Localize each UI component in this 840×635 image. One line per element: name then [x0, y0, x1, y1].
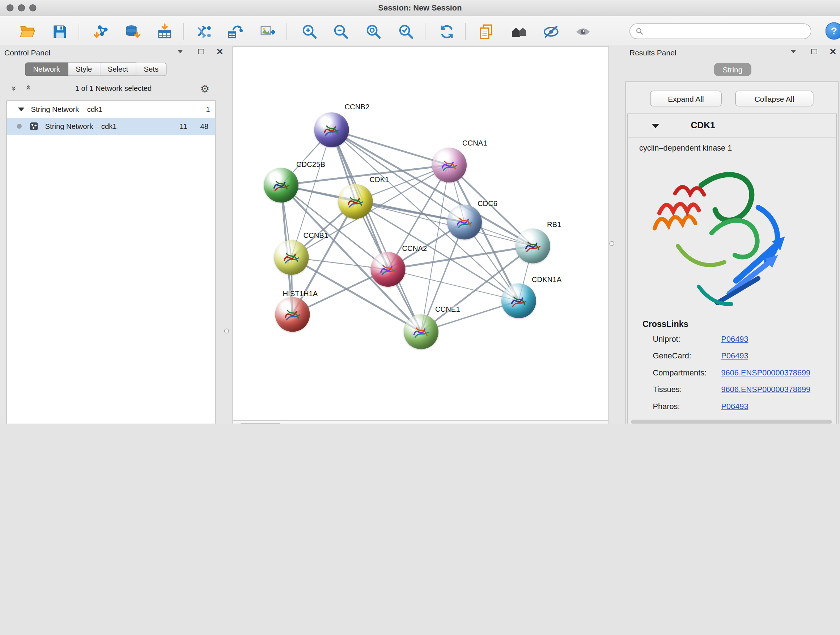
string-network-icon: [29, 122, 39, 131]
help-label: ?: [831, 25, 837, 37]
hide-selected-button[interactable]: [540, 21, 562, 42]
save-session-button[interactable]: [49, 21, 71, 42]
tab-network[interactable]: Network: [25, 63, 68, 76]
search-input[interactable]: [647, 27, 811, 36]
network-node-CCNB1[interactable]: [274, 240, 309, 275]
crosslink-link[interactable]: 9606.ENSP00000378699: [722, 385, 811, 394]
expand-all-button[interactable]: Expand All: [650, 91, 722, 107]
panel-menu-icon[interactable]: [177, 50, 183, 53]
network-node-CCNB2[interactable]: [314, 112, 349, 147]
import-table-from-file-button[interactable]: [154, 21, 175, 42]
zoom-selected-icon: [397, 22, 415, 41]
zoom-in-button[interactable]: [298, 21, 320, 42]
cytoscape-window: Session: New Session: [0, 0, 840, 424]
network-view-toolbar: String Network – cdk1 1 – 0 0 – 0: [233, 420, 608, 424]
protein-entry-header[interactable]: CDK1: [628, 114, 836, 138]
tab-string[interactable]: String: [714, 63, 752, 76]
network-node-CCNA1[interactable]: [432, 148, 467, 182]
entry-disclosure-icon[interactable]: [652, 124, 660, 128]
vertical-splitter-handle[interactable]: [224, 329, 229, 334]
protein-full-name: cyclin–dependent kinase 1: [639, 143, 732, 152]
protein-entry-cdk1: CDK1 cyclin–dependent kinase 1: [627, 114, 837, 424]
network-node-HIST1H1A[interactable]: [275, 297, 310, 332]
help-button[interactable]: ?: [826, 22, 840, 40]
network-node-CDK1[interactable]: [338, 184, 373, 219]
network-options-gear-icon[interactable]: ⚙: [197, 82, 213, 95]
open-recent-button[interactable]: [475, 21, 497, 42]
crosslink-link[interactable]: 9606.ENSP00000378699: [722, 368, 811, 377]
zoom-out-button[interactable]: [330, 21, 352, 42]
network-canvas[interactable]: CCNB2CCNA1CDC25BCDK1CDC6RB1CCNB1CCNA2CDK…: [233, 47, 609, 421]
close-panel-icon[interactable]: ×: [829, 49, 837, 55]
node-label-CDK1: CDK1: [370, 176, 389, 184]
crosslink-label: Uniprot:: [653, 334, 681, 343]
houses-icon: [510, 22, 528, 41]
network-node-CDC6[interactable]: [447, 205, 482, 240]
zoom-selected-button[interactable]: [395, 21, 417, 42]
new-network-from-table-button[interactable]: [224, 21, 246, 42]
import-network-from-database-button[interactable]: [121, 21, 143, 42]
close-panel-icon[interactable]: ×: [216, 49, 224, 55]
crosslink-row-tissues: Tissues: 9606.ENSP00000378699: [628, 385, 836, 399]
open-session-button[interactable]: [16, 21, 38, 42]
panel-menu-icon[interactable]: [790, 50, 796, 53]
float-panel-icon[interactable]: [811, 49, 817, 54]
protein-structure-thumbnail: [321, 119, 342, 140]
zoom-fit-button[interactable]: [363, 21, 384, 42]
protein-structure-thumbnail: [508, 291, 529, 311]
home-view-button[interactable]: [508, 21, 530, 42]
tab-sets[interactable]: Sets: [136, 63, 167, 76]
control-panel-tabs: Network Style Select Sets: [25, 63, 167, 76]
import-network-from-file-button[interactable]: [90, 21, 112, 42]
new-network-button[interactable]: [193, 21, 215, 42]
network-collection-row[interactable]: String Network – cdk1 1: [7, 101, 216, 118]
tab-select[interactable]: Select: [100, 63, 136, 76]
crosslink-link[interactable]: P06493: [722, 352, 748, 360]
node-label-CDKN1A: CDKN1A: [532, 276, 561, 284]
crosslinks-title: CrossLinks: [643, 319, 688, 329]
network-node-RB1[interactable]: [515, 229, 550, 264]
collection-label: String Network – cdk1: [31, 105, 103, 114]
control-panel: Control Panel × Network Style Select Set…: [0, 46, 227, 424]
float-panel-icon[interactable]: [198, 49, 204, 54]
toolbar-separator: [425, 23, 426, 40]
protein-structure-thumbnail: [523, 236, 543, 256]
export-image-icon: [259, 22, 277, 41]
node-label-RB1: RB1: [547, 220, 561, 229]
crosslink-link[interactable]: P06493: [722, 334, 748, 343]
network-node-CCNE1[interactable]: [404, 315, 439, 349]
network-row-selected[interactable]: String Network – cdk1 11 48: [7, 118, 216, 135]
node-label-CCNB2: CCNB2: [345, 103, 370, 111]
show-graphics-details-button[interactable]: [572, 21, 594, 42]
crosslink-link[interactable]: P06493: [722, 402, 748, 410]
crosslink-row-pharos: Pharos: P06493: [628, 402, 836, 416]
tab-style[interactable]: Style: [68, 63, 100, 76]
crosslink-row-uniprot: Uniprot: P06493: [628, 334, 836, 348]
entry-horizontal-scrollbar[interactable]: [631, 420, 832, 424]
collapse-all-button[interactable]: Collapse All: [736, 91, 813, 107]
zoom-fit-icon: [364, 22, 382, 41]
open-folder-icon: [18, 22, 36, 41]
vertical-splitter-handle[interactable]: [609, 241, 615, 246]
import-network-file-icon: [92, 22, 110, 41]
crosslink-row-compartments: Compartments: 9606.ENSP00000378699: [628, 368, 836, 382]
network-node-CDKN1A[interactable]: [501, 283, 536, 318]
network-node-CDC25B[interactable]: [264, 168, 298, 203]
new-network-icon: [195, 22, 213, 41]
refresh-icon: [438, 22, 456, 41]
title-bar: Session: New Session: [0, 0, 840, 16]
results-panel-header: Results Panel ×: [625, 46, 840, 61]
zoom-out-icon: [332, 22, 350, 41]
node-label-CCNB1: CCNB1: [303, 231, 328, 240]
export-image-button[interactable]: [257, 21, 279, 42]
collection-disclosure-icon[interactable]: [18, 108, 25, 111]
import-database-icon: [123, 22, 141, 41]
refresh-view-button[interactable]: [436, 21, 458, 42]
search-icon: [636, 27, 644, 35]
string-results-container: Expand All Collapse All CDK1 cyclin–depe…: [625, 81, 839, 424]
protein-structure-thumbnail: [411, 321, 431, 342]
protein-structure-thumbnail: [281, 247, 302, 268]
network-node-CCNA2[interactable]: [371, 252, 406, 287]
node-count: 11: [180, 122, 187, 131]
crosslink-label: Tissues:: [653, 385, 682, 394]
